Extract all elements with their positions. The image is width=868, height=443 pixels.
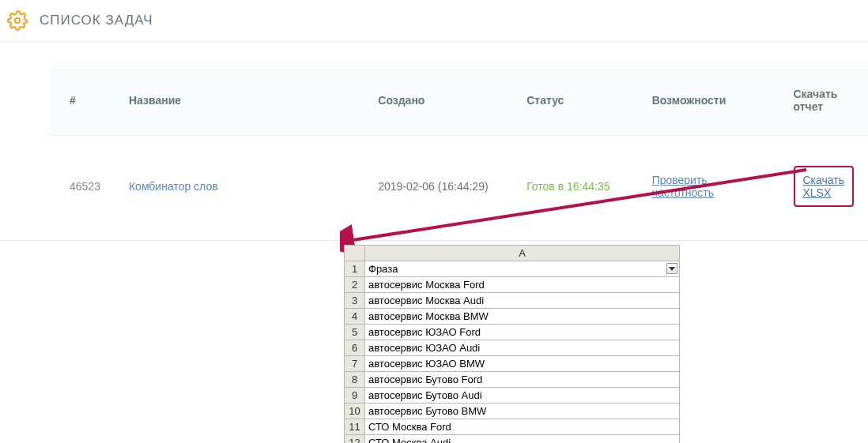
task-created: 2019-02-06 (16:44:29) bbox=[364, 136, 512, 238]
divider bbox=[0, 240, 868, 241]
table-row: 46523 Комбинатор слов 2019-02-06 (16:44:… bbox=[47, 136, 868, 238]
col-header-options: Возможности bbox=[638, 66, 779, 136]
col-header-download: Скачать отчет bbox=[779, 66, 869, 136]
page-header: СПИСОК ЗАДАЧ bbox=[0, 0, 868, 42]
sheet-row-number[interactable]: 9 bbox=[345, 388, 365, 404]
sheet-row-number[interactable]: 12 bbox=[345, 435, 365, 444]
page-title: СПИСОК ЗАДАЧ bbox=[40, 13, 153, 28]
sheet-row: 8 автосервис Бутово Ford bbox=[345, 372, 680, 388]
sheet-row: 7 автосервис ЮЗАО BMW bbox=[345, 356, 680, 372]
sheet-row-number[interactable]: 5 bbox=[345, 325, 365, 340]
download-xlsx-link[interactable]: Скачать XLSX bbox=[803, 174, 845, 199]
task-name-link[interactable]: Комбинатор слов bbox=[129, 180, 218, 193]
filter-dropdown-icon[interactable] bbox=[666, 263, 677, 274]
sheet-row: 10 автосервис Бутово BMW bbox=[345, 404, 680, 419]
sheet-cell[interactable]: автосервис ЮЗАО BMW bbox=[365, 356, 680, 372]
sheet-row-number[interactable]: 3 bbox=[345, 293, 365, 309]
task-id: 46523 bbox=[47, 136, 115, 238]
sheet-cell[interactable]: автосервис Бутово Audi bbox=[365, 388, 680, 404]
tasks-table: # Название Создано Статус Возможности Ск… bbox=[47, 66, 868, 237]
col-header-created: Создано bbox=[364, 66, 512, 136]
gear-icon bbox=[6, 9, 28, 32]
spreadsheet-preview: A 1 Фраза 2 автосервис Москва Ford 3 авт… bbox=[344, 245, 680, 443]
sheet-cell[interactable]: автосервис Бутово Ford bbox=[365, 372, 680, 388]
sheet-cell[interactable]: автосервис ЮЗАО Ford bbox=[365, 325, 680, 340]
task-status: Готов в 16:44:35 bbox=[526, 180, 609, 193]
sheet-row-number[interactable]: 11 bbox=[345, 419, 365, 435]
svg-point-0 bbox=[15, 18, 21, 24]
sheet-cell[interactable]: СТО Москва Ford bbox=[365, 419, 680, 435]
sheet-row: 12 СТО Москва Audi bbox=[345, 435, 680, 444]
sheet-row-number[interactable]: 4 bbox=[345, 309, 365, 325]
sheet-row-number[interactable]: 6 bbox=[345, 340, 365, 356]
sheet-cell[interactable]: автосервис Бутово BMW bbox=[365, 404, 680, 419]
svg-marker-3 bbox=[669, 267, 675, 271]
sheet-row-number[interactable]: 2 bbox=[345, 277, 365, 293]
sheet-corner bbox=[345, 246, 365, 261]
sheet-cell[interactable]: автосервис Москва BMW bbox=[365, 309, 680, 325]
sheet-row: 3 автосервис Москва Audi bbox=[345, 293, 680, 309]
sheet-row: 1 Фраза bbox=[345, 261, 680, 277]
sheet-row: 6 автосервис ЮЗАО Audi bbox=[345, 340, 680, 356]
tasks-card: # Название Создано Статус Возможности Ск… bbox=[47, 66, 868, 237]
sheet-row: 11 СТО Москва Ford bbox=[345, 419, 680, 435]
sheet-row-number[interactable]: 1 bbox=[345, 261, 365, 277]
col-header-status: Статус bbox=[512, 66, 637, 136]
sheet-col-header[interactable]: A bbox=[365, 246, 680, 261]
sheet-row-number[interactable]: 7 bbox=[345, 356, 365, 372]
sheet-cell[interactable]: автосервис ЮЗАО Audi bbox=[365, 340, 680, 356]
sheet-row-number[interactable]: 10 bbox=[345, 404, 365, 419]
sheet-row: 4 автосервис Москва BMW bbox=[345, 309, 680, 325]
sheet-cell[interactable]: Фраза bbox=[365, 261, 680, 277]
sheet-row: 9 автосервис Бутово Audi bbox=[345, 388, 680, 404]
sheet-row-number[interactable]: 8 bbox=[345, 372, 365, 388]
sheet-row: 5 автосервис ЮЗАО Ford bbox=[345, 325, 680, 340]
check-frequency-link[interactable]: Проверить частотность bbox=[652, 174, 714, 199]
col-header-name: Название bbox=[115, 66, 364, 136]
col-header-num: # bbox=[47, 66, 115, 136]
sheet-cell[interactable]: автосервис Москва Ford bbox=[365, 277, 680, 293]
download-highlight-box: Скачать XLSX bbox=[794, 166, 855, 207]
sheet-row: 2 автосервис Москва Ford bbox=[345, 277, 680, 293]
sheet-cell[interactable]: СТО Москва Audi bbox=[365, 435, 680, 444]
sheet-cell[interactable]: автосервис Москва Audi bbox=[365, 293, 680, 309]
